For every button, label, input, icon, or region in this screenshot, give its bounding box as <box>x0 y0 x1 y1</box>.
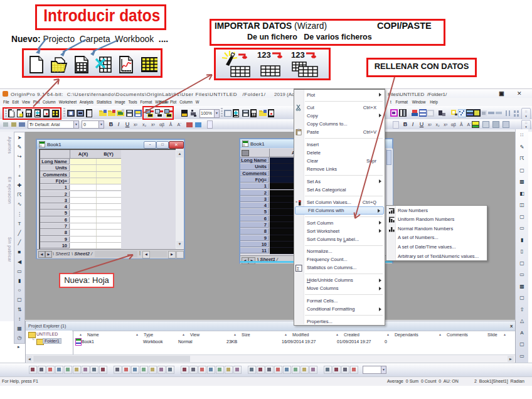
svg-text:Σ: Σ <box>297 266 300 270</box>
svg-text:123: 123 <box>257 50 271 60</box>
svg-text:»: » <box>295 200 297 203</box>
svg-text:123: 123 <box>291 50 305 60</box>
